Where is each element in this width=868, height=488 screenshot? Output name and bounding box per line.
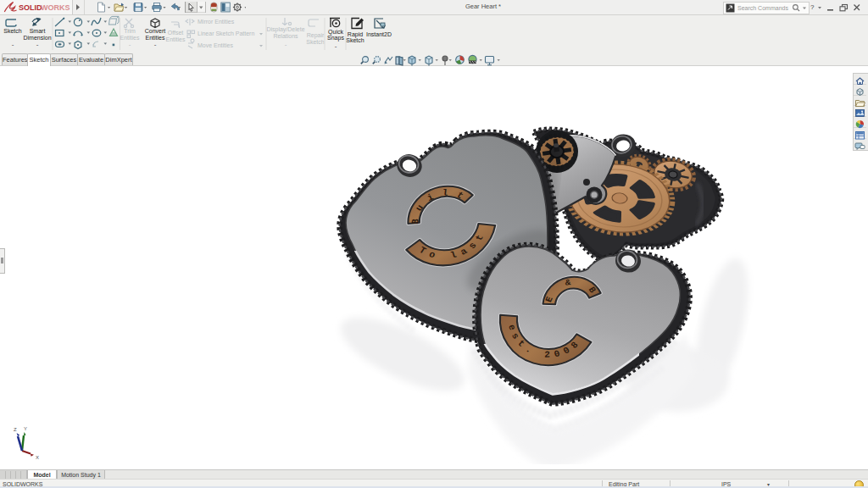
svg-text:Convert: Convert xyxy=(145,28,166,34)
svg-text:X: X xyxy=(36,455,39,459)
svg-text:Linear Sketch Pattern: Linear Sketch Pattern xyxy=(198,30,254,36)
svg-text:Mirror Entities: Mirror Entities xyxy=(198,19,235,25)
svg-text:Entities: Entities xyxy=(146,35,165,41)
svg-text:-: - xyxy=(154,41,157,48)
svg-text:WORKS: WORKS xyxy=(41,3,70,12)
svg-text:-: - xyxy=(12,41,14,48)
svg-text:Y: Y xyxy=(24,426,27,431)
svg-text:Sketch: Sketch xyxy=(3,28,22,34)
svg-text:-: - xyxy=(129,41,131,48)
svg-text:Entities: Entities xyxy=(120,35,140,41)
svg-text:-: - xyxy=(285,41,287,48)
svg-text:-: - xyxy=(36,41,39,48)
svg-text:Instant2D: Instant2D xyxy=(366,31,392,37)
svg-text:Sketch: Sketch xyxy=(346,37,364,43)
svg-text:Smart: Smart xyxy=(30,28,46,34)
svg-text:-: - xyxy=(335,42,337,50)
svg-text:Snaps: Snaps xyxy=(327,35,344,42)
svg-text:Offset: Offset xyxy=(168,30,184,36)
svg-text:Dimension: Dimension xyxy=(23,35,51,41)
svg-text:Entities: Entities xyxy=(166,36,186,42)
svg-text:Trim: Trim xyxy=(124,28,136,34)
svg-text:Sketch: Sketch xyxy=(306,39,325,45)
svg-text:Z: Z xyxy=(14,427,17,432)
svg-text:Relations: Relations xyxy=(273,33,298,39)
svg-text:SOLID: SOLID xyxy=(19,3,42,12)
svg-text:Move Entities: Move Entities xyxy=(198,42,234,48)
